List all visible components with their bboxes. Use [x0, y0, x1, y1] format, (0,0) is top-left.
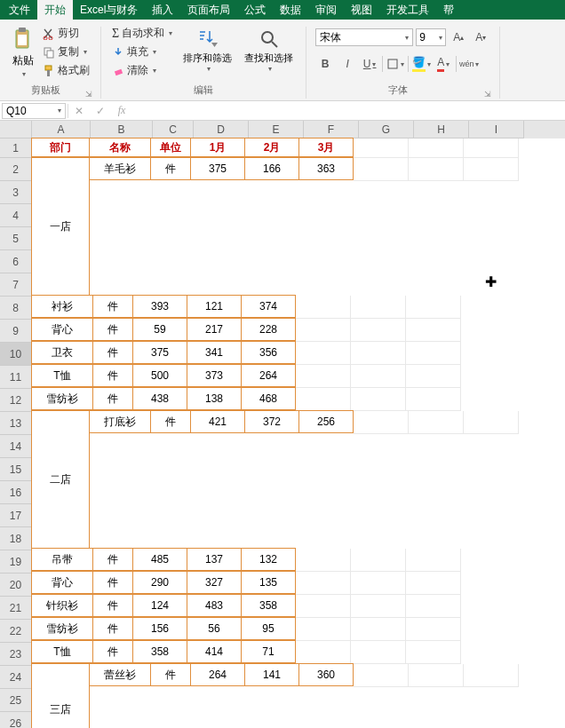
row-header[interactable]: 16: [0, 481, 32, 504]
row-header[interactable]: 20: [0, 574, 32, 597]
cell[interactable]: 名称: [89, 138, 151, 157]
cell[interactable]: [354, 138, 409, 158]
cell[interactable]: 256: [298, 410, 354, 433]
row-header[interactable]: 18: [0, 527, 32, 550]
row-header[interactable]: 8: [0, 297, 32, 320]
row-header[interactable]: 25: [0, 689, 32, 712]
cell[interactable]: 358: [132, 640, 187, 663]
cell[interactable]: 372: [244, 410, 299, 433]
cut-button[interactable]: 剪切: [41, 25, 92, 42]
cell[interactable]: 360: [298, 663, 354, 686]
fill-color-button[interactable]: 🪣▾: [411, 55, 431, 73]
row-header[interactable]: 9: [0, 320, 32, 343]
row-header[interactable]: 5: [0, 227, 32, 250]
cell[interactable]: 156: [132, 617, 187, 640]
confirm-edit-button[interactable]: ✓: [90, 105, 111, 117]
cell[interactable]: [406, 595, 461, 618]
dialog-launcher-icon[interactable]: ⇲: [85, 90, 95, 100]
cell[interactable]: 蕾丝衫: [89, 663, 151, 686]
sort-filter-button[interactable]: 排序和筛选 ▾: [179, 25, 235, 75]
menu-item-9[interactable]: 开发工具: [379, 0, 436, 20]
cell[interactable]: 121: [187, 295, 242, 318]
cell[interactable]: [351, 342, 406, 365]
menu-item-10[interactable]: 帮: [436, 0, 461, 20]
name-box[interactable]: Q10 ▾: [2, 103, 66, 119]
cell[interactable]: 件: [92, 387, 133, 410]
cell[interactable]: 雪纺衫: [31, 387, 93, 410]
cell[interactable]: [296, 618, 351, 641]
col-header[interactable]: I: [469, 121, 524, 138]
row-header[interactable]: 1: [0, 138, 32, 158]
cell[interactable]: 56: [187, 617, 242, 640]
cell[interactable]: [354, 411, 409, 434]
cell[interactable]: 95: [241, 617, 296, 640]
cell[interactable]: [351, 618, 406, 641]
insert-function-button[interactable]: fx: [111, 104, 132, 117]
cell[interactable]: 132: [241, 548, 296, 571]
cell[interactable]: 件: [92, 594, 133, 617]
col-header[interactable]: A: [32, 121, 91, 138]
col-header[interactable]: F: [304, 121, 359, 138]
cell[interactable]: 438: [132, 387, 187, 410]
decrease-font-button[interactable]: A▾: [471, 28, 490, 46]
row-header[interactable]: 15: [0, 458, 32, 481]
cell[interactable]: 141: [244, 663, 299, 686]
row-header[interactable]: 19: [0, 550, 32, 574]
cell[interactable]: 背心: [31, 571, 93, 594]
cell[interactable]: 打底衫: [89, 410, 151, 433]
cell[interactable]: [351, 572, 406, 595]
cell[interactable]: 件: [150, 157, 191, 180]
bold-button[interactable]: B: [315, 55, 335, 73]
cell[interactable]: 500: [132, 364, 187, 387]
cell[interactable]: 327: [187, 571, 242, 594]
cell[interactable]: 393: [132, 295, 187, 318]
cell[interactable]: 217: [187, 318, 242, 341]
col-header[interactable]: B: [91, 121, 153, 138]
cell[interactable]: [406, 618, 461, 641]
cell[interactable]: 件: [92, 318, 133, 341]
phonetic-button[interactable]: wén▾: [459, 55, 479, 73]
cell[interactable]: 71: [241, 640, 296, 663]
cell[interactable]: 件: [92, 617, 133, 640]
cell[interactable]: [351, 549, 406, 572]
cell[interactable]: 341: [187, 341, 242, 364]
row-header[interactable]: 6: [0, 250, 32, 273]
cell[interactable]: [296, 572, 351, 595]
clear-button[interactable]: 清除▾: [110, 62, 174, 79]
row-header[interactable]: 2: [0, 158, 32, 181]
col-header[interactable]: E: [249, 121, 304, 138]
cell[interactable]: 卫衣: [31, 341, 93, 364]
italic-button[interactable]: I: [338, 55, 357, 73]
find-select-button[interactable]: 查找和选择 ▾: [241, 25, 297, 75]
cell[interactable]: [351, 365, 406, 388]
cell[interactable]: [406, 549, 461, 572]
col-header[interactable]: G: [359, 121, 414, 138]
menu-item-8[interactable]: 视图: [344, 0, 379, 20]
cell[interactable]: 228: [241, 318, 296, 341]
cell[interactable]: 件: [92, 364, 133, 387]
row-header[interactable]: 21: [0, 597, 32, 620]
cell[interactable]: [296, 296, 351, 319]
row-header[interactable]: 24: [0, 666, 32, 689]
row-header[interactable]: 23: [0, 643, 32, 666]
row-header[interactable]: 26: [0, 712, 32, 728]
cell[interactable]: 264: [190, 663, 245, 686]
cell[interactable]: 59: [132, 318, 187, 341]
select-all-corner[interactable]: [0, 121, 32, 138]
cell[interactable]: 290: [132, 571, 187, 594]
cell[interactable]: 件: [92, 548, 133, 571]
row-header[interactable]: 11: [0, 366, 32, 389]
cell[interactable]: 375: [190, 157, 245, 180]
cell[interactable]: 468: [241, 387, 296, 410]
cell[interactable]: 3月: [298, 138, 354, 157]
formula-input[interactable]: [132, 103, 565, 119]
format-painter-button[interactable]: 格式刷: [41, 62, 92, 79]
cell[interactable]: 358: [241, 594, 296, 617]
cell[interactable]: 件: [92, 640, 133, 663]
cell[interactable]: 135: [241, 571, 296, 594]
cell[interactable]: 针织衫: [31, 594, 93, 617]
cell[interactable]: [406, 342, 461, 365]
cell[interactable]: 件: [92, 341, 133, 364]
row-header[interactable]: 17: [0, 504, 32, 527]
cell[interactable]: [354, 158, 409, 181]
